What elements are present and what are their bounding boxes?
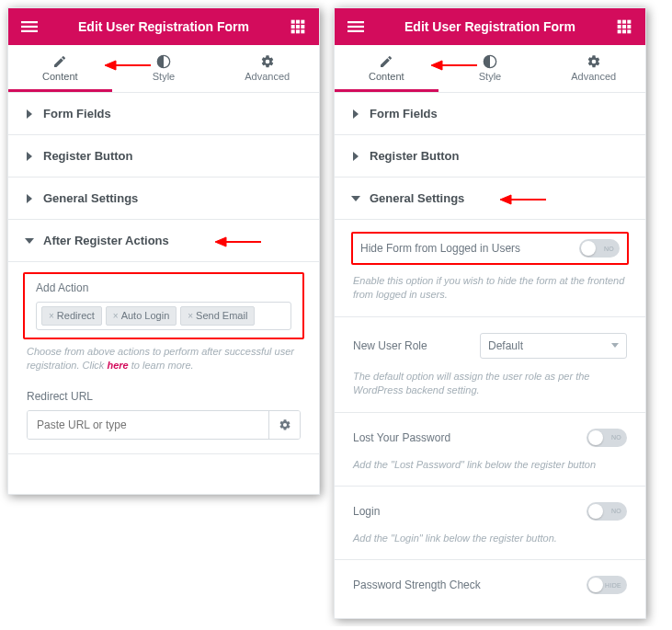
url-settings-button[interactable] xyxy=(268,411,300,439)
svg-rect-24 xyxy=(622,25,626,29)
pencil-icon xyxy=(52,54,67,69)
new-user-role-help: The default option will assign the user … xyxy=(353,370,627,398)
tab-content[interactable]: Content xyxy=(335,45,439,92)
gear-icon xyxy=(260,54,275,69)
add-action-highlight: Add Action ×Redirect ×Auto Login ×Send E… xyxy=(23,272,304,339)
svg-rect-10 xyxy=(296,29,300,33)
section-register-button[interactable]: Register Button xyxy=(335,135,645,178)
hide-form-label: Hide Form from Logged in Users xyxy=(360,242,520,255)
svg-rect-6 xyxy=(291,25,295,29)
svg-marker-33 xyxy=(500,195,511,204)
new-user-role-label: New User Role xyxy=(353,339,427,352)
svg-rect-3 xyxy=(291,20,295,24)
tab-advanced[interactable]: Advanced xyxy=(541,45,645,92)
redirect-url-input[interactable] xyxy=(28,411,268,439)
annotation-arrow-icon xyxy=(105,58,151,73)
add-action-input[interactable]: ×Redirect ×Auto Login ×Send Email xyxy=(36,302,291,330)
password-strength-toggle[interactable]: HIDE xyxy=(587,576,627,594)
caret-icon xyxy=(353,109,359,119)
svg-rect-22 xyxy=(627,20,631,24)
svg-rect-4 xyxy=(296,20,300,24)
new-user-role-select[interactable]: Default xyxy=(480,333,627,359)
svg-rect-5 xyxy=(301,20,304,24)
section-form-fields[interactable]: Form Fields xyxy=(335,93,645,135)
svg-marker-31 xyxy=(431,61,442,70)
login-toggle[interactable]: NO xyxy=(587,502,627,521)
remove-icon[interactable]: × xyxy=(49,312,54,321)
svg-rect-0 xyxy=(21,21,38,23)
caret-down-icon xyxy=(351,196,360,201)
tab-content[interactable]: Content xyxy=(8,45,112,92)
tab-label: Content xyxy=(42,71,78,82)
login-label: Login xyxy=(353,505,380,518)
hide-form-help: Enable this option if you wish to hide t… xyxy=(353,274,627,303)
section-register-button[interactable]: Register Button xyxy=(8,135,319,178)
lost-password-help: Add the "Lost Password" link below the r… xyxy=(353,458,627,472)
svg-rect-27 xyxy=(622,29,626,33)
contrast-icon xyxy=(156,54,171,69)
lost-password-label: Lost Your Password xyxy=(353,431,450,444)
annotation-arrow-icon xyxy=(431,58,477,73)
svg-rect-17 xyxy=(347,21,364,23)
hide-form-toggle[interactable]: NO xyxy=(579,239,620,258)
svg-rect-21 xyxy=(622,20,626,24)
svg-rect-28 xyxy=(627,29,631,33)
login-help: Add the "Login" link below the register … xyxy=(353,532,627,545)
learn-more-link[interactable]: here xyxy=(107,360,128,371)
tab-label: Style xyxy=(153,71,175,82)
annotation-arrow-icon xyxy=(500,192,546,207)
remove-icon[interactable]: × xyxy=(113,312,119,321)
tab-label: Advanced xyxy=(571,71,616,82)
section-form-fields[interactable]: Form Fields xyxy=(8,93,319,135)
password-strength-label: Password Strength Check xyxy=(353,578,481,591)
section-general-settings[interactable]: General Settings xyxy=(8,178,319,220)
gear-icon xyxy=(587,54,601,69)
panel-title: Edit User Registration Form xyxy=(404,19,575,34)
pill-send-email[interactable]: ×Send Email xyxy=(180,306,255,326)
remove-icon[interactable]: × xyxy=(188,312,193,321)
lost-password-toggle[interactable]: NO xyxy=(587,429,627,447)
pencil-icon xyxy=(379,54,393,69)
panel-title: Edit User Registration Form xyxy=(78,19,249,34)
apps-icon[interactable] xyxy=(284,19,312,34)
annotation-arrow-icon xyxy=(215,235,261,249)
redirect-url-label: Redirect URL xyxy=(27,390,301,403)
svg-rect-18 xyxy=(347,26,364,28)
caret-icon xyxy=(27,109,32,119)
pill-auto-login[interactable]: ×Auto Login xyxy=(106,306,177,326)
svg-rect-7 xyxy=(296,25,300,29)
svg-rect-1 xyxy=(21,26,38,28)
section-after-register-actions[interactable]: After Register Actions xyxy=(8,220,319,262)
pill-redirect[interactable]: ×Redirect xyxy=(41,306,102,326)
add-action-label: Add Action xyxy=(36,281,291,294)
tab-label: Content xyxy=(369,71,404,82)
tab-label: Style xyxy=(479,71,501,82)
gear-icon xyxy=(279,418,291,431)
tab-advanced[interactable]: Advanced xyxy=(215,45,319,92)
caret-icon xyxy=(353,152,359,161)
section-general-settings[interactable]: General Settings xyxy=(335,178,645,220)
menu-icon[interactable] xyxy=(342,18,370,35)
menu-icon[interactable] xyxy=(16,18,43,35)
apps-icon[interactable] xyxy=(610,19,638,34)
section-label: Form Fields xyxy=(370,107,438,120)
tab-label: Advanced xyxy=(245,71,290,82)
svg-rect-11 xyxy=(301,29,304,33)
section-label: After Register Actions xyxy=(43,234,169,247)
contrast-icon xyxy=(483,54,497,69)
svg-rect-26 xyxy=(618,29,621,33)
svg-rect-2 xyxy=(21,30,38,32)
svg-marker-16 xyxy=(215,237,226,246)
svg-rect-23 xyxy=(618,25,621,29)
svg-marker-14 xyxy=(105,61,116,70)
add-action-help: Choose from above actions to perform aft… xyxy=(27,345,301,373)
hide-form-highlight: Hide Form from Logged in Users NO xyxy=(351,232,629,265)
svg-rect-20 xyxy=(618,20,621,24)
section-label: General Settings xyxy=(43,191,138,205)
section-label: Register Button xyxy=(370,149,460,163)
svg-rect-8 xyxy=(301,25,304,29)
chevron-down-icon xyxy=(611,343,619,348)
caret-icon xyxy=(27,194,32,203)
caret-down-icon xyxy=(25,238,34,244)
svg-rect-25 xyxy=(627,25,631,29)
